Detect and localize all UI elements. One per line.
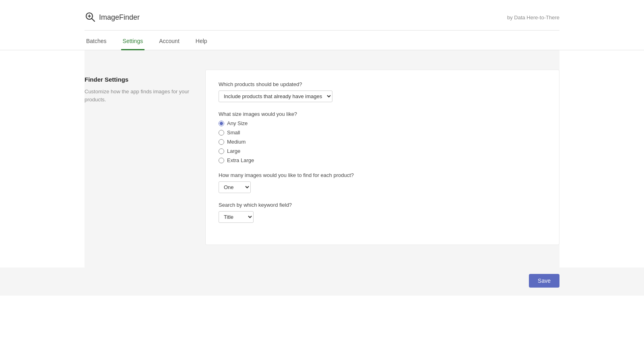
radio-large-input[interactable] bbox=[219, 148, 224, 154]
radio-extra-large[interactable]: Extra Large bbox=[219, 157, 546, 163]
logo-icon bbox=[85, 11, 96, 24]
radio-extra-large-input[interactable] bbox=[219, 158, 224, 163]
radio-small[interactable]: Small bbox=[219, 130, 546, 136]
app-wrapper: ImageFinder by Data Here-to-There Batche… bbox=[0, 0, 644, 362]
tab-help[interactable]: Help bbox=[194, 32, 209, 50]
svg-line-1 bbox=[92, 19, 95, 22]
settings-card: Which products should be updated? Includ… bbox=[205, 70, 559, 245]
section-subtitle: Customize how the app finds images for y… bbox=[85, 88, 196, 103]
image-size-radio-group: Any Size Small Medium Large bbox=[219, 120, 546, 163]
radio-any-size-input[interactable] bbox=[219, 121, 224, 126]
byline: by Data Here-to-There bbox=[507, 14, 559, 21]
header-divider bbox=[85, 30, 559, 31]
count-field-group: How many images would you like to find f… bbox=[219, 172, 546, 193]
image-size-field-group: What size images would you like? Any Siz… bbox=[219, 111, 546, 163]
main-content: Finder Settings Customize how the app fi… bbox=[85, 50, 559, 267]
radio-large-label: Large bbox=[227, 148, 240, 154]
products-field-group: Which products should be updated? Includ… bbox=[219, 81, 546, 102]
section-title: Finder Settings bbox=[85, 76, 196, 83]
radio-small-input[interactable] bbox=[219, 130, 224, 136]
logo-area: ImageFinder bbox=[85, 11, 140, 24]
radio-medium-label: Medium bbox=[227, 139, 246, 145]
keyword-select[interactable]: Title SKU Barcode Handle bbox=[219, 211, 254, 223]
tab-batches[interactable]: Batches bbox=[85, 32, 108, 50]
image-size-label: What size images would you like? bbox=[219, 111, 546, 117]
content-grid: Finder Settings Customize how the app fi… bbox=[85, 63, 559, 251]
radio-any-size-label: Any Size bbox=[227, 120, 248, 126]
tab-account[interactable]: Account bbox=[157, 32, 181, 50]
header: ImageFinder by Data Here-to-There bbox=[0, 0, 644, 30]
radio-any-size[interactable]: Any Size bbox=[219, 120, 546, 126]
nav-tabs: Batches Settings Account Help bbox=[0, 32, 644, 50]
footer-area: Save bbox=[0, 267, 644, 296]
radio-medium[interactable]: Medium bbox=[219, 139, 546, 145]
keyword-label: Search by which keyword field? bbox=[219, 202, 546, 208]
products-label: Which products should be updated? bbox=[219, 81, 546, 87]
radio-extra-large-label: Extra Large bbox=[227, 157, 254, 163]
count-select[interactable]: One Two Three Four Five bbox=[219, 181, 251, 193]
radio-medium-input[interactable] bbox=[219, 139, 224, 145]
tab-settings[interactable]: Settings bbox=[121, 32, 145, 50]
products-select[interactable]: Include products that already have image… bbox=[219, 90, 332, 102]
app-title: ImageFinder bbox=[99, 13, 140, 22]
count-label: How many images would you like to find f… bbox=[219, 172, 546, 178]
radio-small-label: Small bbox=[227, 130, 240, 136]
keyword-field-group: Search by which keyword field? Title SKU… bbox=[219, 202, 546, 223]
save-button[interactable]: Save bbox=[529, 274, 559, 288]
radio-large[interactable]: Large bbox=[219, 148, 546, 154]
section-description: Finder Settings Customize how the app fi… bbox=[85, 63, 205, 251]
